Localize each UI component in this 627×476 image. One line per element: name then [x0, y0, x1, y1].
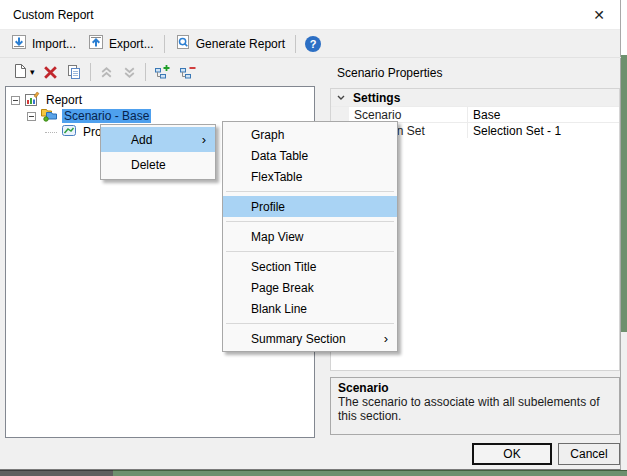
- generate-report-label: Generate Report: [196, 37, 285, 51]
- property-value[interactable]: Selection Set - 1: [468, 123, 619, 138]
- submenu-label: Blank Line: [251, 302, 307, 316]
- submenu-label: Map View: [251, 230, 303, 244]
- context-menu: Add › Delete: [100, 124, 216, 180]
- toolbar-separator: [90, 63, 91, 81]
- submenu-label: Page Break: [251, 281, 314, 295]
- collapse-all-button[interactable]: [175, 61, 200, 83]
- tree-connector: [45, 132, 57, 133]
- submenu-item-summary-section[interactable]: Summary Section ›: [223, 328, 397, 349]
- context-menu-item-delete[interactable]: Delete: [101, 152, 215, 177]
- submenu-item-section-title[interactable]: Section Title: [223, 256, 397, 277]
- double-chevron-up-icon: [99, 65, 114, 80]
- submenu-label: Graph: [251, 128, 284, 142]
- help-icon: ?: [304, 35, 322, 53]
- tree-toolbar: ▾: [0, 58, 621, 86]
- context-menu-item-add[interactable]: Add ›: [101, 127, 215, 152]
- collapse-expander-icon[interactable]: [27, 112, 36, 121]
- title-bar: Custom Report ✕: [0, 0, 620, 30]
- dropdown-arrow-icon: ▾: [30, 67, 35, 77]
- tree-item-report[interactable]: Report: [6, 92, 314, 108]
- expand-tree-icon: [154, 64, 171, 80]
- export-icon: [88, 34, 104, 53]
- submenu-item-page-break[interactable]: Page Break: [223, 277, 397, 298]
- report-icon: [24, 91, 40, 110]
- submenu-item-flextable[interactable]: FlexTable: [223, 166, 397, 187]
- menu-separator: [226, 221, 394, 222]
- profile-icon: [61, 124, 77, 140]
- toolbar-separator: [145, 63, 146, 81]
- export-label: Export...: [109, 37, 154, 51]
- submenu-label: Section Title: [251, 260, 316, 274]
- property-row-scenario[interactable]: Scenario Base: [331, 106, 619, 122]
- submenu-label: Profile: [251, 200, 285, 214]
- copy-icon: [66, 64, 82, 80]
- properties-panel-title: Scenario Properties: [337, 66, 442, 80]
- toolbar-separator: [295, 35, 296, 53]
- svg-text:?: ?: [310, 38, 317, 50]
- submenu-label: Summary Section: [251, 332, 346, 346]
- submenu-arrow-icon: ›: [202, 133, 206, 146]
- delete-label: Delete: [131, 158, 166, 172]
- property-description-panel: Scenario The scenario to associate with …: [330, 377, 620, 435]
- new-document-icon: [13, 63, 28, 82]
- submenu-label: Data Table: [251, 149, 308, 163]
- tree-label-scenario[interactable]: Scenario - Base: [62, 109, 151, 123]
- toolbar-separator: [164, 35, 165, 53]
- submenu-item-map-view[interactable]: Map View: [223, 226, 397, 247]
- submenu-item-data-table[interactable]: Data Table: [223, 145, 397, 166]
- generate-report-icon: [175, 34, 191, 53]
- background-map-bottom-strip: [113, 470, 627, 476]
- add-submenu: Graph Data Table FlexTable Profile Map V…: [222, 121, 398, 352]
- expand-all-button[interactable]: [150, 61, 175, 83]
- menu-separator: [226, 323, 394, 324]
- dialog-title: Custom Report: [0, 8, 94, 22]
- settings-category-row[interactable]: Settings: [331, 89, 619, 106]
- background-map-right-strip: [621, 55, 627, 332]
- import-icon: [11, 34, 27, 53]
- collapse-tree-icon: [179, 64, 196, 80]
- cancel-button[interactable]: Cancel: [558, 443, 620, 465]
- background-app-white-strip: [621, 0, 627, 55]
- chevron-down-icon: [336, 94, 346, 102]
- copy-item-button[interactable]: [62, 61, 86, 83]
- double-chevron-down-icon: [122, 65, 137, 80]
- import-button[interactable]: Import...: [5, 31, 82, 56]
- grid-indent: [331, 107, 349, 122]
- menu-separator: [226, 251, 394, 252]
- main-toolbar: Import... Export... Generate Report ?: [0, 30, 621, 58]
- description-text: The scenario to associate with all subel…: [338, 396, 612, 424]
- delete-item-button[interactable]: [39, 62, 62, 83]
- background-panel-bottom-left: [0, 470, 113, 476]
- ok-button[interactable]: OK: [472, 443, 552, 465]
- add-label: Add: [131, 133, 152, 147]
- property-name: Scenario: [349, 107, 468, 122]
- tree-label-report[interactable]: Report: [44, 93, 84, 107]
- scenario-folders-icon: [40, 107, 58, 125]
- help-button[interactable]: ?: [300, 32, 326, 56]
- collapse-expander-icon[interactable]: [11, 96, 20, 105]
- submenu-item-graph[interactable]: Graph: [223, 124, 397, 145]
- submenu-label: FlexTable: [251, 170, 302, 184]
- new-item-button[interactable]: ▾: [9, 60, 39, 85]
- import-label: Import...: [32, 37, 76, 51]
- menu-separator: [226, 191, 394, 192]
- move-down-button[interactable]: [118, 62, 141, 83]
- submenu-item-profile[interactable]: Profile: [223, 196, 397, 217]
- submenu-arrow-icon: ›: [384, 332, 388, 345]
- generate-report-button[interactable]: Generate Report: [169, 31, 291, 56]
- delete-x-icon: [43, 65, 58, 80]
- settings-category-label: Settings: [353, 91, 400, 105]
- property-value[interactable]: Base: [468, 107, 619, 122]
- export-button[interactable]: Export...: [82, 31, 160, 56]
- description-title: Scenario: [338, 382, 612, 396]
- submenu-item-blank-line[interactable]: Blank Line: [223, 298, 397, 319]
- close-icon[interactable]: ✕: [578, 0, 620, 29]
- move-up-button[interactable]: [95, 62, 118, 83]
